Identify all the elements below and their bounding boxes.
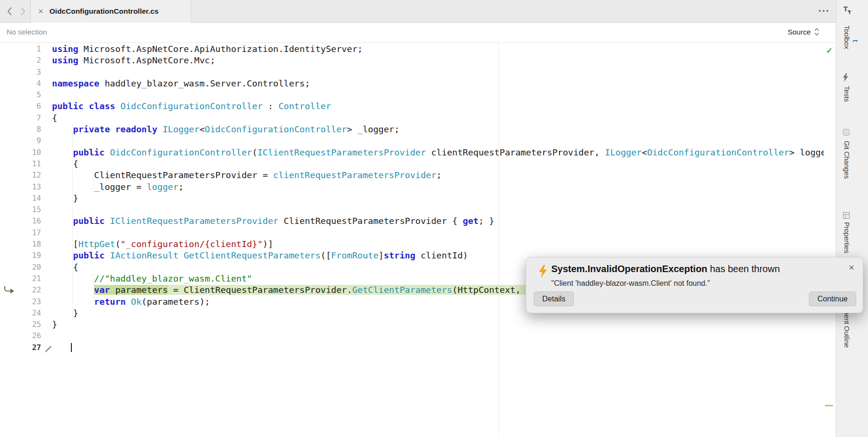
code-text — [52, 330, 824, 342]
line-number[interactable]: 25 — [0, 319, 52, 330]
line-number[interactable]: 11 — [0, 158, 52, 170]
pencil-cursor-icon — [44, 345, 52, 355]
code-line-12[interactable]: 12 ClientRequestParametersProvider = cli… — [0, 170, 824, 181]
code-line-27[interactable]: 27 — [0, 342, 824, 353]
source-view-selector[interactable]: Source — [788, 27, 820, 36]
code-text: } — [52, 193, 824, 204]
line-number[interactable]: 5 — [0, 89, 52, 101]
line-number[interactable]: 23 — [0, 296, 52, 308]
source-label: Source — [788, 28, 811, 36]
code-text: { — [52, 158, 824, 170]
line-number[interactable]: 4 — [0, 78, 52, 89]
code-line-17[interactable]: 17 — [0, 227, 824, 239]
code-text: public IClientRequestParametersProvider … — [52, 215, 824, 227]
line-number[interactable]: 2 — [0, 55, 52, 66]
file-tab[interactable]: × OidcConfigurationController.cs — [30, 0, 191, 23]
exception-popup: System.InvalidOperationException has bee… — [526, 257, 863, 313]
code-line-11[interactable]: 11 { — [0, 158, 824, 170]
tab-title: OidcConfigurationController.cs — [50, 7, 159, 16]
change-marker — [825, 405, 833, 406]
code-text: public OidcConfigurationController(IClie… — [52, 147, 824, 158]
code-line-1[interactable]: 1using Microsoft.AspNetCore.ApiAuthoriza… — [0, 43, 824, 55]
line-number[interactable]: 16 — [0, 215, 52, 227]
line-number[interactable]: 20 — [0, 262, 52, 273]
exception-message: "Client 'haddley-blazor-wasm.Client' not… — [551, 279, 710, 288]
stepper-icon — [814, 27, 820, 36]
chevron-right-icon — [20, 7, 26, 16]
sidebar-tab-git-changes[interactable]: Git Changes — [836, 129, 868, 195]
line-number[interactable]: 7 — [0, 112, 52, 124]
code-line-9[interactable]: 9 — [0, 135, 824, 146]
code-text: using Microsoft.AspNetCore.Mvc; — [52, 55, 824, 66]
execution-pointer-icon — [3, 286, 15, 296]
exception-lightning-icon — [538, 265, 547, 278]
line-number[interactable]: 15 — [0, 204, 52, 215]
code-line-5[interactable]: 5 — [0, 89, 824, 101]
line-number[interactable]: 24 — [0, 308, 52, 319]
partial-tab-label[interactable]: t — [851, 40, 859, 42]
code-line-6[interactable]: 6public class OidcConfigurationControlle… — [0, 101, 824, 112]
code-line-7[interactable]: 7{ — [0, 112, 824, 124]
line-number[interactable]: 12 — [0, 170, 52, 181]
line-number[interactable]: 19 — [0, 250, 52, 261]
line-number[interactable]: 10 — [0, 147, 52, 158]
code-text: } — [52, 319, 824, 330]
code-text: public class OidcConfigurationController… — [52, 101, 824, 112]
code-line-8[interactable]: 8 private readonly ILogger<OidcConfigura… — [0, 124, 824, 135]
code-text: _logger = logger; — [52, 181, 824, 193]
exception-title: System.InvalidOperationException has bee… — [551, 264, 780, 274]
continue-button[interactable]: Continue — [809, 291, 856, 306]
line-number[interactable]: 17 — [0, 227, 52, 239]
code-line-2[interactable]: 2using Microsoft.AspNetCore.Mvc; — [0, 55, 824, 66]
selection-breadcrumb[interactable]: No selection — [7, 28, 47, 36]
overflow-menu-icon[interactable] — [819, 10, 828, 12]
scroll-indicator-strip[interactable]: ✓ — [824, 43, 836, 437]
line-number[interactable]: 14 — [0, 193, 52, 204]
sidebar-tab-toolbox[interactable]: T Toolbox — [836, 5, 868, 57]
code-line-16[interactable]: 16 public IClientRequestParametersProvid… — [0, 215, 824, 227]
sidebar-tab-tests[interactable]: Tests — [836, 73, 868, 116]
code-line-14[interactable]: 14 } — [0, 193, 824, 204]
sidebar-tab-label: Git Changes — [843, 141, 851, 179]
code-line-13[interactable]: 13 _logger = logger; — [0, 181, 824, 193]
sidebar-tab-label: Toolbox — [843, 26, 851, 49]
code-text — [52, 67, 824, 78]
code-line-18[interactable]: 18 [HttpGet("_configuration/{clientId}")… — [0, 239, 824, 250]
back-button[interactable] — [4, 6, 15, 17]
code-line-3[interactable]: 3 — [0, 67, 824, 78]
code-text: ClientRequestParametersProvider = client… — [52, 170, 824, 181]
side-rail: T Toolbox t Tests Git Changes Properties — [836, 0, 868, 437]
line-number[interactable]: 1 — [0, 43, 52, 55]
code-text — [52, 89, 824, 101]
details-button[interactable]: Details — [534, 291, 574, 306]
forward-button[interactable] — [17, 6, 28, 17]
grid-icon — [842, 212, 851, 220]
code-editor[interactable]: 1using Microsoft.AspNetCore.ApiAuthoriza… — [0, 43, 824, 437]
code-text: private readonly ILogger<OidcConfigurati… — [52, 124, 824, 135]
code-line-10[interactable]: 10 public OidcConfigurationController(IC… — [0, 147, 824, 158]
text-caret — [71, 343, 72, 352]
code-line-25[interactable]: 25} — [0, 319, 824, 330]
line-number[interactable]: 3 — [0, 67, 52, 78]
code-text: [HttpGet("_configuration/{clientId}")] — [52, 239, 824, 250]
line-number[interactable]: 26 — [0, 330, 52, 342]
line-number[interactable]: 18 — [0, 239, 52, 250]
line-number[interactable]: 6 — [0, 101, 52, 112]
code-text — [52, 342, 824, 353]
code-line-15[interactable]: 15 — [0, 204, 824, 215]
code-line-26[interactable]: 26 — [0, 330, 824, 342]
line-number[interactable]: 9 — [0, 135, 52, 146]
code-line-4[interactable]: 4namespace haddley_blazor_wasm.Server.Co… — [0, 78, 824, 89]
sidebar-tab-label: Tests — [843, 86, 851, 102]
code-text: namespace haddley_blazor_wasm.Server.Con… — [52, 78, 824, 89]
line-number[interactable]: 21 — [0, 273, 52, 284]
close-icon[interactable]: × — [849, 262, 854, 273]
square-icon — [842, 129, 851, 137]
tab-close-icon[interactable]: × — [38, 7, 43, 16]
no-errors-indicator[interactable]: ✓ — [826, 46, 833, 56]
line-number[interactable]: 13 — [0, 181, 52, 193]
code-text: using Microsoft.AspNetCore.ApiAuthorizat… — [52, 43, 824, 55]
chevron-left-icon — [7, 7, 12, 16]
line-number[interactable]: 8 — [0, 124, 52, 135]
lightning-icon — [842, 73, 851, 82]
